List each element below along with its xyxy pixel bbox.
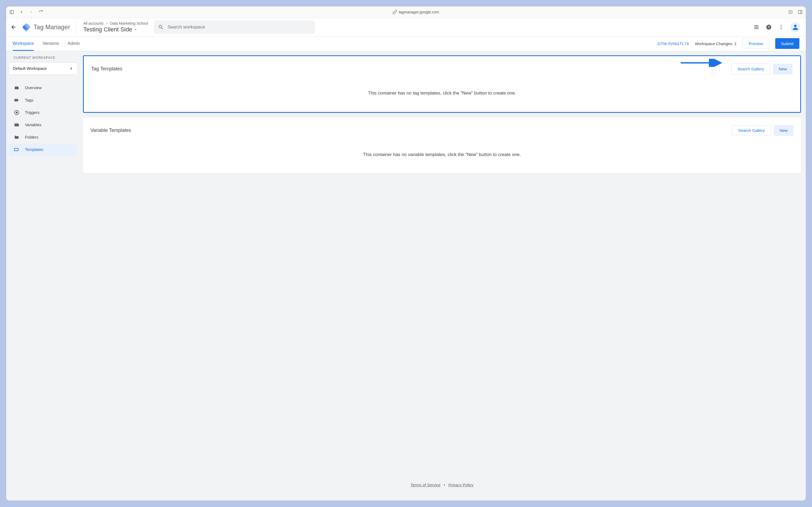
empty-message: This container has no variable templates… xyxy=(91,136,794,163)
svg-rect-16 xyxy=(755,28,756,29)
card-title: Tag Templates xyxy=(91,66,122,72)
svg-point-26 xyxy=(16,112,17,113)
new-button[interactable]: New xyxy=(773,125,794,136)
search-gallery-button[interactable]: Search Gallery xyxy=(731,64,770,74)
container-name: Testing Client Side xyxy=(83,26,148,33)
card-title: Variable Templates xyxy=(91,127,131,133)
browser-toolbar: tagmanager.google.com xyxy=(6,6,806,18)
app-header: Tag Manager All accounts Data Marketing … xyxy=(6,18,806,37)
sidebar-item-tags[interactable]: Tags xyxy=(9,94,77,106)
search-input[interactable] xyxy=(168,24,311,30)
svg-rect-29 xyxy=(16,123,17,124)
tabs-icon[interactable] xyxy=(798,10,803,14)
svg-text:?: ? xyxy=(768,25,770,29)
sidebar-toggle-icon[interactable] xyxy=(9,10,14,14)
sidebar-item-label: Folders xyxy=(25,135,39,139)
sidebar-item-label: Variables xyxy=(25,122,41,127)
privacy-link[interactable]: Privacy Policy xyxy=(449,483,473,487)
tab-workspace[interactable]: Workspace xyxy=(13,37,34,51)
svg-point-22 xyxy=(780,26,781,27)
breadcrumb-account: Data Marketing School xyxy=(110,21,148,25)
new-button[interactable]: New xyxy=(773,64,793,74)
back-button[interactable] xyxy=(8,22,18,32)
sidebar-item-templates[interactable]: Templates xyxy=(9,144,77,156)
card-actions: Search Gallery New xyxy=(731,64,793,74)
caret-down-icon xyxy=(134,27,137,32)
sidebar-item-folders[interactable]: Folders xyxy=(9,131,77,144)
workspace-selector[interactable]: Default Workspace xyxy=(9,62,77,75)
card-actions: Search Gallery New xyxy=(732,125,794,136)
container-name-text: Testing Client Side xyxy=(83,26,132,33)
browser-url[interactable]: tagmanager.google.com xyxy=(48,10,784,14)
browser-reload-icon[interactable] xyxy=(39,10,43,14)
tab-admin[interactable]: Admin xyxy=(68,37,80,51)
sub-header-right: GTM-5VNGTL74 Workspace Changes: 1 Previe… xyxy=(657,38,800,49)
more-menu-icon[interactable] xyxy=(778,24,785,30)
triggers-icon xyxy=(14,110,19,115)
link-icon xyxy=(392,10,397,14)
avatar[interactable] xyxy=(790,22,801,32)
person-icon xyxy=(792,23,799,31)
container-selector[interactable]: All accounts Data Marketing School Testi… xyxy=(79,21,148,33)
gtm-logo-icon xyxy=(22,22,31,32)
chevron-right-icon xyxy=(105,22,109,25)
overview-icon xyxy=(14,85,19,91)
sidebar-item-variables[interactable]: Variables xyxy=(9,119,77,131)
workspace-changes[interactable]: Workspace Changes: 1 xyxy=(695,41,737,46)
annotation-arrow-icon xyxy=(679,59,722,67)
svg-point-21 xyxy=(780,25,781,26)
svg-rect-0 xyxy=(10,10,14,14)
search-icon xyxy=(158,24,164,30)
submit-button[interactable]: Submit xyxy=(775,38,800,49)
variables-icon xyxy=(14,122,19,128)
folders-icon xyxy=(14,134,19,140)
sidebar-item-overview[interactable]: Overview xyxy=(9,81,77,94)
svg-point-24 xyxy=(794,25,797,27)
svg-rect-14 xyxy=(756,26,757,27)
tag-templates-card: Tag Templates Search Gallery New This co… xyxy=(83,55,801,113)
svg-rect-27 xyxy=(14,124,19,126)
url-text: tagmanager.google.com xyxy=(399,10,439,14)
reader-icon[interactable] xyxy=(788,10,793,14)
product-name: Tag Manager xyxy=(34,23,70,31)
svg-rect-2 xyxy=(789,10,792,14)
sidebar-item-label: Overview xyxy=(25,86,42,90)
search-box[interactable] xyxy=(154,20,315,34)
logo-block[interactable]: Tag Manager xyxy=(22,19,76,35)
search-gallery-button[interactable]: Search Gallery xyxy=(732,125,771,136)
separator: • xyxy=(442,483,447,487)
sidebar-item-label: Tags xyxy=(25,98,34,102)
workspace-name: Default Workspace xyxy=(13,66,47,71)
terms-link[interactable]: Terms of Service xyxy=(411,483,441,487)
tags-icon xyxy=(14,97,19,103)
browser-back-icon[interactable] xyxy=(19,10,24,14)
sidebar-item-triggers[interactable]: Triggers xyxy=(9,106,77,119)
sidebar-item-label: Templates xyxy=(25,147,43,152)
variable-templates-card: Variable Templates Search Gallery New Th… xyxy=(83,118,801,173)
app-window: tagmanager.google.com Tag Manager All ac… xyxy=(6,6,806,501)
chevron-right-icon xyxy=(69,66,73,71)
svg-rect-5 xyxy=(799,10,802,14)
breadcrumb-root: All accounts xyxy=(83,21,103,25)
svg-rect-10 xyxy=(755,25,756,26)
svg-rect-13 xyxy=(755,26,756,27)
empty-message: This container has no tag templates, cli… xyxy=(91,74,793,101)
sidebar: CURRENT WORKSPACE Default Workspace Over… xyxy=(6,51,80,501)
breadcrumb: All accounts Data Marketing School xyxy=(83,21,148,25)
card-header: Variable Templates Search Gallery New xyxy=(91,125,794,136)
apps-icon[interactable] xyxy=(753,24,760,30)
workspace-label: CURRENT WORKSPACE xyxy=(9,56,77,60)
sub-header: Workspace Versions Admin GTM-5VNGTL74 Wo… xyxy=(6,37,806,51)
templates-icon xyxy=(14,147,19,153)
svg-rect-18 xyxy=(757,28,759,29)
sidebar-item-label: Triggers xyxy=(25,110,40,115)
svg-rect-30 xyxy=(17,123,18,124)
svg-rect-17 xyxy=(756,28,757,29)
preview-button[interactable]: Preview xyxy=(743,38,769,49)
help-icon[interactable]: ? xyxy=(765,24,772,30)
tab-versions[interactable]: Versions xyxy=(43,37,59,51)
container-id[interactable]: GTM-5VNGTL74 xyxy=(657,41,689,46)
svg-point-23 xyxy=(780,29,781,30)
footer: Terms of Service • Privacy Policy xyxy=(83,456,801,490)
header-right: ? xyxy=(753,22,801,32)
